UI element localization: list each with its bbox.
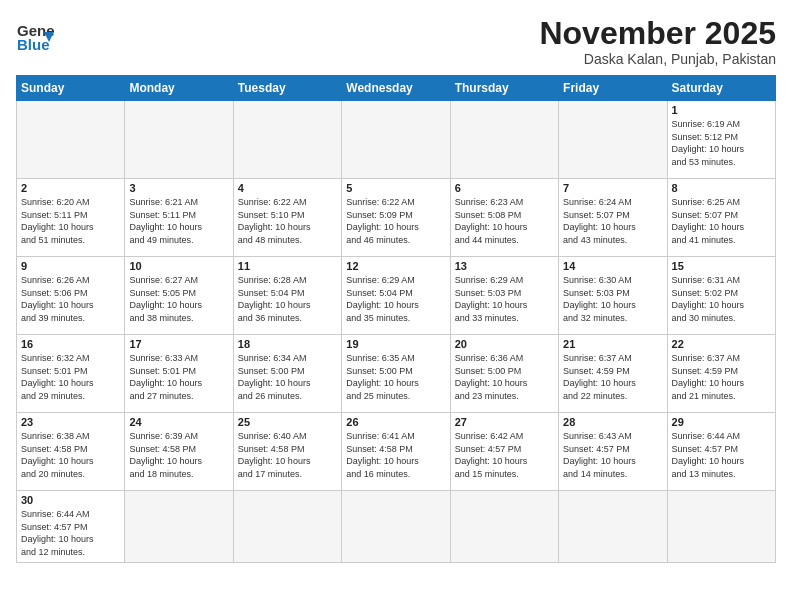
calendar-cell: [667, 491, 775, 562]
calendar-week-row: 30Sunrise: 6:44 AM Sunset: 4:57 PM Dayli…: [17, 491, 776, 562]
col-sunday: Sunday: [17, 76, 125, 101]
calendar-body: 1Sunrise: 6:19 AM Sunset: 5:12 PM Daylig…: [17, 101, 776, 562]
day-number: 19: [346, 338, 445, 350]
title-area: November 2025 Daska Kalan, Punjab, Pakis…: [539, 16, 776, 67]
day-number: 1: [672, 104, 771, 116]
day-number: 15: [672, 260, 771, 272]
day-info: Sunrise: 6:34 AM Sunset: 5:00 PM Dayligh…: [238, 352, 337, 402]
day-number: 2: [21, 182, 120, 194]
day-number: 9: [21, 260, 120, 272]
day-number: 24: [129, 416, 228, 428]
day-info: Sunrise: 6:22 AM Sunset: 5:10 PM Dayligh…: [238, 196, 337, 246]
day-number: 13: [455, 260, 554, 272]
day-info: Sunrise: 6:44 AM Sunset: 4:57 PM Dayligh…: [672, 430, 771, 480]
day-number: 7: [563, 182, 662, 194]
calendar-cell: [233, 101, 341, 179]
day-info: Sunrise: 6:41 AM Sunset: 4:58 PM Dayligh…: [346, 430, 445, 480]
calendar-cell: 24Sunrise: 6:39 AM Sunset: 4:58 PM Dayli…: [125, 413, 233, 491]
day-number: 29: [672, 416, 771, 428]
day-info: Sunrise: 6:19 AM Sunset: 5:12 PM Dayligh…: [672, 118, 771, 168]
day-info: Sunrise: 6:37 AM Sunset: 4:59 PM Dayligh…: [672, 352, 771, 402]
calendar-cell: 21Sunrise: 6:37 AM Sunset: 4:59 PM Dayli…: [559, 335, 667, 413]
calendar-cell: 27Sunrise: 6:42 AM Sunset: 4:57 PM Dayli…: [450, 413, 558, 491]
day-number: 16: [21, 338, 120, 350]
calendar-cell: 28Sunrise: 6:43 AM Sunset: 4:57 PM Dayli…: [559, 413, 667, 491]
day-info: Sunrise: 6:42 AM Sunset: 4:57 PM Dayligh…: [455, 430, 554, 480]
day-info: Sunrise: 6:33 AM Sunset: 5:01 PM Dayligh…: [129, 352, 228, 402]
day-info: Sunrise: 6:40 AM Sunset: 4:58 PM Dayligh…: [238, 430, 337, 480]
day-info: Sunrise: 6:32 AM Sunset: 5:01 PM Dayligh…: [21, 352, 120, 402]
calendar-cell: 26Sunrise: 6:41 AM Sunset: 4:58 PM Dayli…: [342, 413, 450, 491]
calendar-cell: 17Sunrise: 6:33 AM Sunset: 5:01 PM Dayli…: [125, 335, 233, 413]
calendar-cell: 11Sunrise: 6:28 AM Sunset: 5:04 PM Dayli…: [233, 257, 341, 335]
calendar-cell: 4Sunrise: 6:22 AM Sunset: 5:10 PM Daylig…: [233, 179, 341, 257]
day-info: Sunrise: 6:44 AM Sunset: 4:57 PM Dayligh…: [21, 508, 120, 558]
day-info: Sunrise: 6:24 AM Sunset: 5:07 PM Dayligh…: [563, 196, 662, 246]
day-number: 26: [346, 416, 445, 428]
day-info: Sunrise: 6:38 AM Sunset: 4:58 PM Dayligh…: [21, 430, 120, 480]
calendar-cell: 13Sunrise: 6:29 AM Sunset: 5:03 PM Dayli…: [450, 257, 558, 335]
day-number: 14: [563, 260, 662, 272]
day-number: 12: [346, 260, 445, 272]
calendar-cell: 25Sunrise: 6:40 AM Sunset: 4:58 PM Dayli…: [233, 413, 341, 491]
calendar-table: Sunday Monday Tuesday Wednesday Thursday…: [16, 75, 776, 562]
calendar-cell: [559, 491, 667, 562]
day-info: Sunrise: 6:30 AM Sunset: 5:03 PM Dayligh…: [563, 274, 662, 324]
logo-icon: General Blue: [16, 16, 54, 54]
day-number: 23: [21, 416, 120, 428]
day-info: Sunrise: 6:37 AM Sunset: 4:59 PM Dayligh…: [563, 352, 662, 402]
day-number: 6: [455, 182, 554, 194]
calendar-cell: [450, 491, 558, 562]
day-number: 20: [455, 338, 554, 350]
day-number: 17: [129, 338, 228, 350]
calendar-cell: [125, 101, 233, 179]
page: General Blue November 2025 Daska Kalan, …: [0, 0, 792, 612]
day-number: 18: [238, 338, 337, 350]
col-monday: Monday: [125, 76, 233, 101]
calendar-cell: [342, 491, 450, 562]
calendar-cell: [17, 101, 125, 179]
day-number: 4: [238, 182, 337, 194]
calendar-cell: 22Sunrise: 6:37 AM Sunset: 4:59 PM Dayli…: [667, 335, 775, 413]
day-info: Sunrise: 6:23 AM Sunset: 5:08 PM Dayligh…: [455, 196, 554, 246]
day-number: 30: [21, 494, 120, 506]
logo: General Blue: [16, 16, 54, 54]
calendar-cell: [450, 101, 558, 179]
day-number: 21: [563, 338, 662, 350]
day-number: 11: [238, 260, 337, 272]
day-number: 28: [563, 416, 662, 428]
calendar-cell: 15Sunrise: 6:31 AM Sunset: 5:02 PM Dayli…: [667, 257, 775, 335]
calendar-cell: 12Sunrise: 6:29 AM Sunset: 5:04 PM Dayli…: [342, 257, 450, 335]
calendar-cell: 23Sunrise: 6:38 AM Sunset: 4:58 PM Dayli…: [17, 413, 125, 491]
calendar-cell: 16Sunrise: 6:32 AM Sunset: 5:01 PM Dayli…: [17, 335, 125, 413]
day-number: 5: [346, 182, 445, 194]
calendar-cell: 2Sunrise: 6:20 AM Sunset: 5:11 PM Daylig…: [17, 179, 125, 257]
calendar-cell: 14Sunrise: 6:30 AM Sunset: 5:03 PM Dayli…: [559, 257, 667, 335]
col-saturday: Saturday: [667, 76, 775, 101]
calendar-cell: [342, 101, 450, 179]
month-title: November 2025: [539, 16, 776, 51]
header: General Blue November 2025 Daska Kalan, …: [16, 16, 776, 67]
calendar-cell: 18Sunrise: 6:34 AM Sunset: 5:00 PM Dayli…: [233, 335, 341, 413]
calendar-cell: 6Sunrise: 6:23 AM Sunset: 5:08 PM Daylig…: [450, 179, 558, 257]
day-number: 27: [455, 416, 554, 428]
col-tuesday: Tuesday: [233, 76, 341, 101]
day-info: Sunrise: 6:43 AM Sunset: 4:57 PM Dayligh…: [563, 430, 662, 480]
col-friday: Friday: [559, 76, 667, 101]
day-info: Sunrise: 6:31 AM Sunset: 5:02 PM Dayligh…: [672, 274, 771, 324]
day-info: Sunrise: 6:26 AM Sunset: 5:06 PM Dayligh…: [21, 274, 120, 324]
calendar-week-row: 16Sunrise: 6:32 AM Sunset: 5:01 PM Dayli…: [17, 335, 776, 413]
calendar-cell: 9Sunrise: 6:26 AM Sunset: 5:06 PM Daylig…: [17, 257, 125, 335]
day-number: 22: [672, 338, 771, 350]
calendar-cell: 30Sunrise: 6:44 AM Sunset: 4:57 PM Dayli…: [17, 491, 125, 562]
svg-text:Blue: Blue: [17, 36, 50, 53]
day-info: Sunrise: 6:39 AM Sunset: 4:58 PM Dayligh…: [129, 430, 228, 480]
calendar-header-row: Sunday Monday Tuesday Wednesday Thursday…: [17, 76, 776, 101]
calendar-cell: [559, 101, 667, 179]
col-wednesday: Wednesday: [342, 76, 450, 101]
calendar-cell: [125, 491, 233, 562]
day-number: 8: [672, 182, 771, 194]
day-number: 25: [238, 416, 337, 428]
day-info: Sunrise: 6:21 AM Sunset: 5:11 PM Dayligh…: [129, 196, 228, 246]
calendar-cell: 20Sunrise: 6:36 AM Sunset: 5:00 PM Dayli…: [450, 335, 558, 413]
